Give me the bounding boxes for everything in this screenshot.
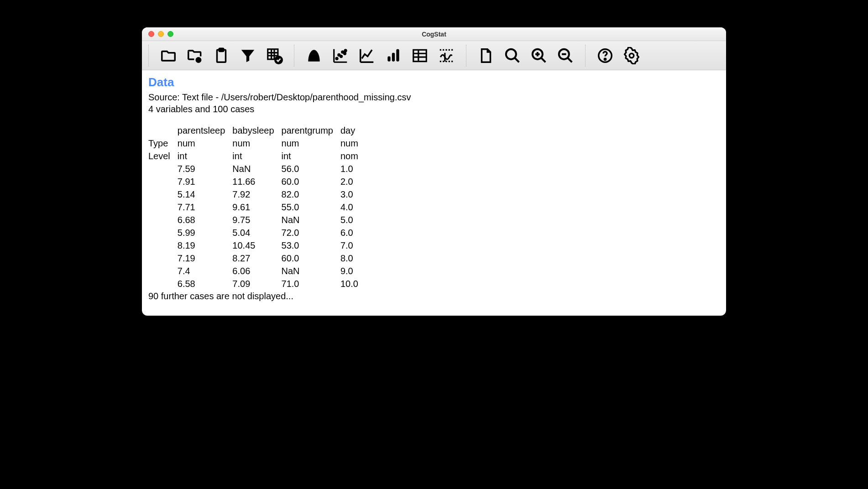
row-label: Level (148, 150, 178, 162)
svg-line-33 (541, 57, 546, 62)
data-source-line: Source: Text file - /Users/robert/Deskto… (148, 91, 720, 103)
table-cell: 9.0 (340, 265, 366, 277)
close-window-button[interactable] (148, 31, 154, 37)
table-cell: 1.0 (340, 162, 366, 175)
table-cell: nom (340, 150, 366, 162)
table-cell: 7.92 (232, 188, 281, 201)
folder-find-icon[interactable] (184, 45, 205, 66)
window-title: CogStat (142, 31, 726, 38)
table-row: 7.719.6155.04.0 (148, 201, 366, 213)
content-area: Data Source: Text file - /Users/robert/D… (142, 70, 726, 316)
column-header: parentsleep (178, 124, 233, 137)
svg-point-1 (198, 59, 199, 61)
table-cell: 11.66 (232, 175, 281, 188)
filter-icon[interactable] (237, 45, 258, 66)
truncated-notice: 90 further cases are not displayed... (148, 290, 720, 302)
table-cell: 6.06 (232, 265, 281, 277)
column-header: babysleep (232, 124, 281, 137)
svg-point-13 (338, 54, 340, 56)
table-cell: 3.0 (340, 188, 366, 201)
table-cell: NaN (282, 265, 340, 277)
table-cell: 56.0 (282, 162, 340, 175)
svg-point-15 (342, 51, 344, 53)
table-row: 7.46.06NaN9.0 (148, 265, 366, 277)
distribution-icon[interactable] (303, 45, 324, 66)
table-cell: num (282, 137, 340, 150)
table-row: 6.689.75NaN5.0 (148, 213, 366, 226)
minimize-window-button[interactable] (158, 31, 164, 37)
table-cell: NaN (282, 213, 340, 226)
table-cell: 60.0 (282, 175, 340, 188)
table-cell: 72.0 (282, 226, 340, 239)
table-cell: 6.68 (178, 213, 233, 226)
help-icon[interactable] (595, 45, 616, 66)
table-row: 8.1910.4553.07.0 (148, 239, 366, 252)
table-cell: 7.09 (232, 277, 281, 290)
maximize-window-button[interactable] (167, 31, 173, 37)
table-row: Levelintintintnom (148, 150, 366, 162)
row-label (148, 175, 178, 188)
table-cell: 7.59 (178, 162, 233, 175)
svg-point-16 (344, 52, 345, 54)
settings-icon[interactable] (621, 45, 642, 66)
table-cell: 5.04 (232, 226, 281, 239)
scatter-icon[interactable] (330, 45, 351, 66)
table-cell: int (282, 150, 340, 162)
table-cell: 7.0 (340, 239, 366, 252)
table-cell: 71.0 (282, 277, 340, 290)
table-cell: 10.45 (232, 239, 281, 252)
table-cell: 2.0 (340, 175, 366, 188)
svg-line-37 (568, 57, 572, 62)
table-cell: 8.0 (340, 252, 366, 265)
data-summary-line: 4 variables and 100 cases (148, 103, 720, 115)
table-cell: 60.0 (282, 252, 340, 265)
toolbar-group-data (153, 45, 289, 66)
data-preview-table: parentsleep babysleep parentgrump day Ty… (148, 124, 366, 290)
svg-point-41 (629, 53, 634, 58)
table-cell: 7.19 (178, 252, 233, 265)
table-cell: 7.4 (178, 265, 233, 277)
zoom-out-icon[interactable] (555, 45, 576, 66)
svg-rect-21 (392, 52, 395, 61)
window-controls (142, 31, 173, 37)
row-label (148, 213, 178, 226)
svg-rect-3 (219, 48, 224, 51)
table-cell: 6.58 (178, 277, 233, 290)
table-cell: 53.0 (282, 239, 340, 252)
table-cell: int (178, 150, 233, 162)
table-cell: 7.91 (178, 175, 233, 188)
row-label (148, 239, 178, 252)
line-chart-icon[interactable] (356, 45, 377, 66)
table-cell: 9.75 (232, 213, 281, 226)
svg-point-12 (336, 57, 338, 59)
row-label (148, 277, 178, 290)
document-icon[interactable] (476, 45, 497, 66)
table-cell: 9.61 (232, 201, 281, 213)
toolbar-group-view (471, 45, 580, 66)
folder-open-icon[interactable] (158, 45, 179, 66)
table-header-row: parentsleep babysleep parentgrump day (148, 124, 366, 137)
svg-point-40 (604, 58, 606, 60)
table-icon[interactable] (409, 45, 430, 66)
clipboard-icon[interactable] (211, 45, 232, 66)
svg-rect-23 (413, 50, 427, 61)
table-cell: 10.0 (340, 277, 366, 290)
section-heading: Data (148, 75, 720, 90)
pivot-check-icon[interactable] (264, 45, 285, 66)
table-cell: 6.0 (340, 226, 366, 239)
toolbar (142, 41, 726, 70)
table-cell: num (232, 137, 281, 150)
svg-point-17 (345, 49, 346, 51)
svg-line-31 (515, 57, 519, 62)
table-cell: 4.0 (340, 201, 366, 213)
table-row: 7.59NaN56.01.0 (148, 162, 366, 175)
row-label (148, 252, 178, 265)
zoom-in-icon[interactable] (528, 45, 549, 66)
row-label (148, 188, 178, 201)
mixed-chart-icon[interactable] (436, 45, 457, 66)
table-row: 6.587.0971.010.0 (148, 277, 366, 290)
app-window: CogStat (142, 27, 726, 316)
row-label: Type (148, 137, 178, 150)
bar-chart-icon[interactable] (383, 45, 404, 66)
search-icon[interactable] (502, 45, 523, 66)
